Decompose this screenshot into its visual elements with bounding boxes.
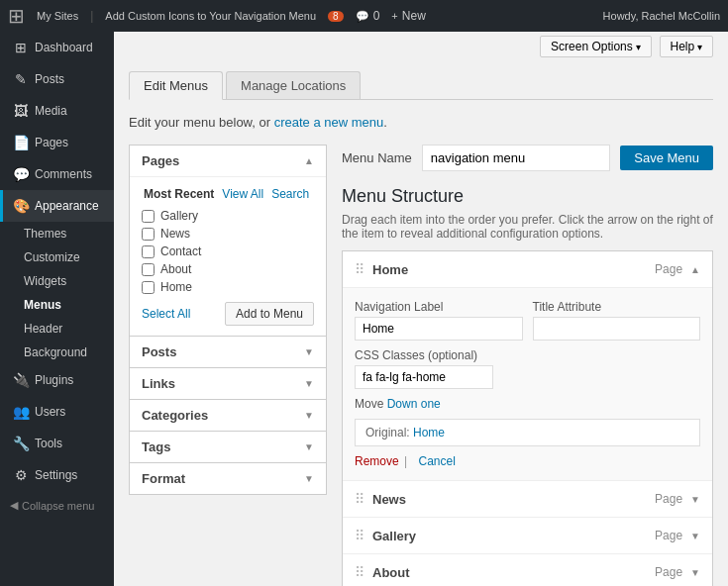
menu-item-news-label: News xyxy=(372,492,655,507)
format-accordion-toggle[interactable]: Format ▼ xyxy=(130,463,326,494)
admin-bar: ⊞ My Sites | Add Custom Icons to Your Na… xyxy=(0,0,728,32)
menu-item-gallery-type: Page xyxy=(655,529,682,542)
menu-item-about-header[interactable]: ⠿ About Page ▼ xyxy=(343,554,712,586)
original-home-link[interactable]: Home xyxy=(413,426,445,440)
new-content-link[interactable]: + New xyxy=(391,9,425,23)
sidebar-item-pages[interactable]: 📄 Pages xyxy=(0,127,114,158)
menu-item-gallery-header[interactable]: ⠿ Gallery Page ▼ xyxy=(343,518,712,553)
categories-accordion-toggle[interactable]: Categories ▼ xyxy=(130,400,326,431)
tab-bar: Edit Menus Manage Locations xyxy=(129,71,713,100)
pages-accordion-toggle[interactable]: Pages ▲ xyxy=(130,146,326,176)
tab-edit-menus[interactable]: Edit Menus xyxy=(129,71,223,100)
help-button[interactable]: Help xyxy=(660,36,713,57)
title-attribute-input[interactable] xyxy=(533,317,701,341)
page-checkbox-home[interactable] xyxy=(142,281,155,294)
sidebar-item-settings[interactable]: ⚙ Settings xyxy=(0,459,114,491)
sidebar-submenu-customize[interactable]: Customize xyxy=(0,245,114,269)
sidebar-item-tools[interactable]: 🔧 Tools xyxy=(0,428,114,459)
menu-item-home: ⠿ Home Page ▲ Navigation Label xyxy=(343,251,712,481)
sidebar-submenu-themes[interactable]: Themes xyxy=(0,222,114,245)
title-attribute-label: Title Attribute xyxy=(533,300,701,314)
menu-item-home-type: Page xyxy=(655,262,682,276)
drag-handle-gallery-icon: ⠿ xyxy=(355,528,364,543)
menu-item-gallery: ⠿ Gallery Page ▼ xyxy=(343,518,712,554)
pages-chevron-icon: ▲ xyxy=(304,155,314,166)
tab-search[interactable]: Search xyxy=(271,187,309,201)
page-checkbox-news[interactable] xyxy=(142,228,155,241)
page-item-contact: Contact xyxy=(142,244,314,258)
menu-item-gallery-label: Gallery xyxy=(372,529,655,543)
links-accordion-toggle[interactable]: Links ▼ xyxy=(130,368,326,399)
accordion-tags: Tags ▼ xyxy=(129,432,327,463)
updates-badge[interactable]: 8 xyxy=(328,11,344,22)
menu-item-news-type: Page xyxy=(655,492,682,506)
sidebar-item-dashboard[interactable]: ⊞ Dashboard xyxy=(0,32,114,63)
menu-item-home-toggle-icon[interactable]: ▲ xyxy=(690,264,700,275)
cancel-item-link[interactable]: Cancel xyxy=(419,454,456,468)
menu-item-home-header[interactable]: ⠿ Home Page ▲ xyxy=(343,251,712,287)
format-chevron-icon: ▼ xyxy=(304,473,314,484)
tools-icon: 🔧 xyxy=(13,436,29,451)
sidebar-submenu-background[interactable]: Background xyxy=(0,341,114,364)
remove-item-link[interactable]: Remove xyxy=(355,454,399,468)
posts-accordion-toggle[interactable]: Posts ▼ xyxy=(130,337,326,367)
tab-most-recent[interactable]: Most Recent xyxy=(144,187,214,201)
accordion-links: Links ▼ xyxy=(129,368,327,400)
tags-accordion-toggle[interactable]: Tags ▼ xyxy=(130,432,326,462)
menu-item-news: ⠿ News Page ▼ xyxy=(343,481,712,518)
sidebar-item-plugins[interactable]: 🔌 Plugins xyxy=(0,364,114,396)
save-menu-button[interactable]: Save Menu xyxy=(620,146,713,170)
title-attribute-field: Title Attribute xyxy=(533,300,701,341)
drag-handle-about-icon: ⠿ xyxy=(355,564,364,580)
accordion-format: Format ▼ xyxy=(129,463,327,495)
tab-view-all[interactable]: View All xyxy=(222,187,263,201)
menu-item-about-label: About xyxy=(372,565,655,580)
menu-item-about-toggle-icon[interactable]: ▼ xyxy=(690,567,700,578)
menu-item-gallery-toggle-icon[interactable]: ▼ xyxy=(690,531,700,541)
menu-item-news-toggle-icon[interactable]: ▼ xyxy=(690,494,700,505)
dashboard-icon: ⊞ xyxy=(13,40,29,55)
howdy-text: Howdy, Rachel McCollin xyxy=(603,10,720,22)
menu-name-label: Menu Name xyxy=(342,150,412,165)
accordion-categories: Categories ▼ xyxy=(129,400,327,432)
main-content: Screen Options Help Edit Menus Manage Lo… xyxy=(114,32,728,586)
plugins-icon: 🔌 xyxy=(13,372,29,388)
original-row: Original: Home xyxy=(355,419,700,446)
move-down-link[interactable]: Down one xyxy=(387,397,441,411)
sidebar-item-comments[interactable]: 💬 Comments xyxy=(0,158,114,190)
page-checkbox-gallery[interactable] xyxy=(142,210,155,223)
users-icon: 👥 xyxy=(13,404,29,420)
page-item-gallery: Gallery xyxy=(142,209,314,223)
sidebar-submenu-widgets[interactable]: Widgets xyxy=(0,269,114,293)
site-name-link[interactable]: Add Custom Icons to Your Navigation Menu xyxy=(105,10,316,22)
page-item-about: About xyxy=(142,262,314,276)
sidebar-item-appearance[interactable]: 🎨 Appearance xyxy=(0,190,114,222)
tab-manage-locations[interactable]: Manage Locations xyxy=(226,71,361,99)
move-row: Move Down one xyxy=(355,397,700,411)
collapse-menu-button[interactable]: ◀ Collapse menu xyxy=(0,491,114,520)
screen-options-button[interactable]: Screen Options xyxy=(540,36,652,57)
comments-link[interactable]: 💬 0 xyxy=(356,9,380,23)
posts-chevron-icon: ▼ xyxy=(304,346,314,357)
add-to-menu-button[interactable]: Add to Menu xyxy=(225,302,314,326)
sidebar-item-posts[interactable]: ✎ Posts xyxy=(0,63,114,95)
navigation-label-input[interactable] xyxy=(355,317,523,341)
sidebar-item-media[interactable]: 🖼 Media xyxy=(0,95,114,127)
sidebar-submenu-header[interactable]: Header xyxy=(0,317,114,341)
wp-logo-icon[interactable]: ⊞ xyxy=(8,4,25,28)
categories-chevron-icon: ▼ xyxy=(304,410,314,421)
sidebar-submenu-menus[interactable]: Menus xyxy=(0,293,114,317)
menu-item-home-expanded: Navigation Label Title Attribute xyxy=(343,287,712,480)
appearance-icon: 🎨 xyxy=(13,198,29,214)
select-all-link[interactable]: Select All xyxy=(142,307,190,321)
my-sites-link[interactable]: My Sites xyxy=(37,10,78,22)
menu-item-news-header[interactable]: ⠿ News Page ▼ xyxy=(343,481,712,517)
comments-icon: 💬 xyxy=(13,166,29,182)
css-classes-input[interactable] xyxy=(355,365,493,389)
create-new-menu-link[interactable]: create a new menu xyxy=(274,115,384,130)
posts-icon: ✎ xyxy=(13,71,29,87)
page-checkbox-contact[interactable] xyxy=(142,245,155,258)
sidebar-item-users[interactable]: 👥 Users xyxy=(0,396,114,428)
menu-name-input[interactable] xyxy=(422,145,610,171)
page-checkbox-about[interactable] xyxy=(142,263,155,276)
